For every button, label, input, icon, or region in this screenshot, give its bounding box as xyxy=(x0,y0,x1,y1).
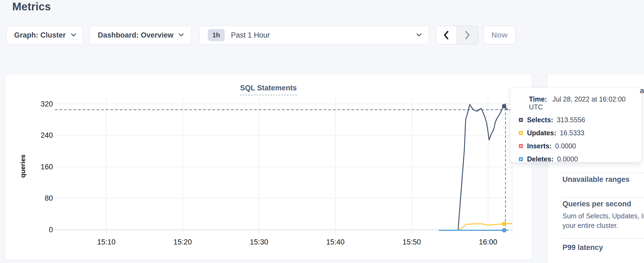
glossary-term-queries-per-second: Queries per second xyxy=(562,200,631,208)
tooltip-series-row: Updates: 16.5333 xyxy=(519,129,633,137)
chart-plot-area[interactable] xyxy=(5,74,532,260)
divider xyxy=(562,197,644,198)
chevron-left-icon xyxy=(443,30,450,40)
tooltip-series-label: Inserts: xyxy=(527,142,552,150)
tooltip-series-value: 0.0000 xyxy=(555,142,576,150)
hover-dot-selects xyxy=(502,104,506,108)
chart-hover-tooltip: Time: Jul 28, 2022 at 16:02:00 UTC Selec… xyxy=(510,88,642,162)
chevron-down-icon xyxy=(179,31,184,36)
graph-dropdown-label: Graph: Cluster xyxy=(14,31,66,39)
deletes-swatch-icon xyxy=(519,157,523,161)
time-step-buttons xyxy=(436,26,478,44)
graph-dropdown[interactable]: Graph: Cluster xyxy=(7,26,83,44)
clipped-text-fragment: a xyxy=(640,87,644,95)
tooltip-series-row: Inserts: 0.0000 xyxy=(519,142,633,150)
sql-statements-chart-card: SQL Statements queries 320 240 160 80 0 … xyxy=(5,74,532,260)
tooltip-series-row: Deletes: 0.0000 xyxy=(519,155,633,163)
horizontal-gridlines xyxy=(55,104,513,230)
previous-timespan-button[interactable] xyxy=(436,26,457,44)
chevron-right-icon xyxy=(464,30,471,40)
dashboard-dropdown-label: Dashboard: Overview xyxy=(98,31,174,39)
now-button[interactable]: Now xyxy=(483,26,516,44)
glossary-description-line: your entire cluster. xyxy=(562,222,618,230)
glossary-term-p99-latency: P99 latency xyxy=(562,243,603,252)
tooltip-series-value: 16.5333 xyxy=(560,129,584,137)
tooltip-time-label: Time: xyxy=(529,95,547,103)
time-range-label: Past 1 Hour xyxy=(231,31,270,39)
selects-line xyxy=(439,105,508,230)
glossary-term-unavailable-ranges: Unavailable ranges xyxy=(562,175,630,184)
tooltip-series-label: Selects: xyxy=(527,116,553,124)
page-title: Metrics xyxy=(12,1,51,13)
tooltip-series-row: Selects: 313.5556 xyxy=(519,116,633,124)
tooltip-series-value: 0.0000 xyxy=(557,155,578,163)
tooltip-series-label: Deletes: xyxy=(527,155,553,163)
dashboard-dropdown[interactable]: Dashboard: Overview xyxy=(89,26,191,44)
time-range-badge: 1h xyxy=(208,29,225,41)
selects-swatch-icon xyxy=(519,118,523,122)
updates-line xyxy=(439,224,512,230)
glossary-description-line: Sum of Selects, Updates, Inser xyxy=(562,212,644,220)
inserts-swatch-icon xyxy=(519,144,523,148)
divider xyxy=(562,238,644,239)
chevron-down-icon xyxy=(416,31,421,36)
updates-swatch-icon xyxy=(519,131,523,135)
divider xyxy=(562,173,644,173)
hover-dot-deletes xyxy=(502,228,506,233)
chevron-down-icon xyxy=(71,31,76,36)
tooltip-series-label: Updates: xyxy=(527,129,556,137)
tooltip-series-value: 313.5556 xyxy=(557,116,585,124)
next-timespan-button[interactable] xyxy=(457,26,478,44)
tooltip-time-row: Time: Jul 28, 2022 at 16:02:00 UTC xyxy=(529,95,633,111)
hover-dot-updates xyxy=(502,222,506,226)
time-range-dropdown[interactable]: 1h Past 1 Hour xyxy=(199,26,429,44)
